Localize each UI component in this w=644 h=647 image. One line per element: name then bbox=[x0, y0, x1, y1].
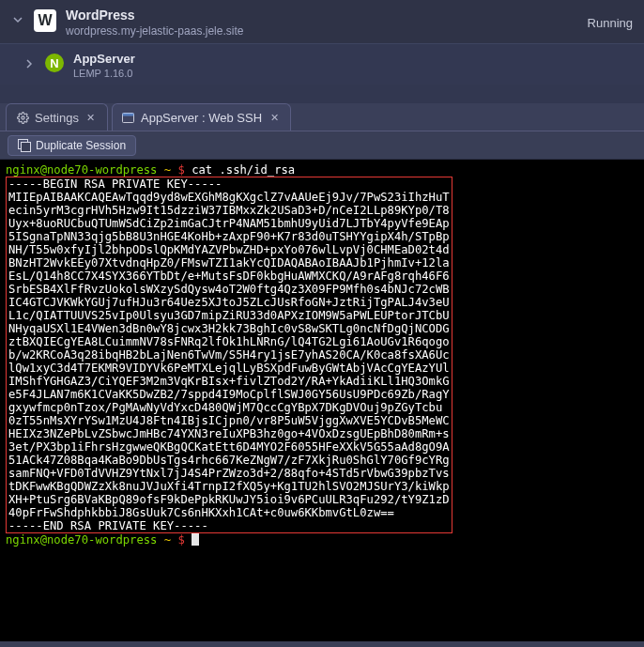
terminal-output[interactable]: nginx@node70-wordpress ~ $ cat .ssh/id_r… bbox=[0, 160, 644, 641]
node-title: AppServer bbox=[73, 52, 633, 66]
terminal-cursor bbox=[192, 533, 199, 546]
ssh-toolbar: Duplicate Session bbox=[0, 131, 644, 160]
close-icon[interactable]: ✕ bbox=[268, 111, 281, 124]
chevron-down-icon[interactable] bbox=[11, 13, 24, 26]
terminal-command: cat .ssh/id_rsa bbox=[192, 163, 295, 177]
nginx-icon: N bbox=[45, 54, 64, 72]
node-row[interactable]: N AppServer LEMP 1.16.0 bbox=[0, 44, 644, 85]
environment-texts: WordPress wordpress.my-jelastic-paas.jel… bbox=[66, 8, 578, 38]
terminal-prompt-user: nginx@node70-wordpress bbox=[6, 533, 157, 547]
tab-settings-label: Settings bbox=[35, 111, 79, 125]
environment-status: Running bbox=[588, 16, 633, 30]
chevron-right-icon[interactable] bbox=[23, 57, 36, 70]
duplicate-session-label: Duplicate Session bbox=[36, 139, 126, 152]
environment-header: W WordPress wordpress.my-jelastic-paas.j… bbox=[0, 0, 644, 44]
spacer bbox=[0, 85, 644, 103]
node-texts: AppServer LEMP 1.16.0 bbox=[73, 52, 633, 79]
tab-settings[interactable]: Settings ✕ bbox=[6, 103, 108, 131]
tab-strip: Settings ✕ AppServer : Web SSH ✕ bbox=[0, 103, 644, 131]
tab-webssh-label: AppServer : Web SSH bbox=[141, 111, 262, 125]
close-icon[interactable]: ✕ bbox=[84, 111, 98, 124]
terminal-prompt-user: nginx@node70-wordpress bbox=[6, 163, 157, 177]
terminal-prompt-path: ~ bbox=[157, 163, 177, 177]
tab-webssh[interactable]: AppServer : Web SSH ✕ bbox=[112, 103, 291, 131]
environment-title[interactable]: WordPress bbox=[66, 8, 578, 23]
duplicate-session-button[interactable]: Duplicate Session bbox=[8, 135, 136, 156]
gear-icon bbox=[16, 111, 29, 124]
duplicate-icon bbox=[18, 139, 30, 151]
terminal-prompt-dollar: $ bbox=[177, 533, 192, 547]
svg-rect-2 bbox=[123, 113, 134, 116]
terminal-icon bbox=[122, 111, 135, 124]
svg-point-0 bbox=[21, 116, 23, 118]
terminal-prompt-path: ~ bbox=[157, 533, 177, 547]
environment-hostname[interactable]: wordpress.my-jelastic-paas.jele.site bbox=[66, 24, 578, 38]
terminal-prompt-dollar: $ bbox=[177, 163, 192, 177]
wordpress-icon: W bbox=[34, 9, 56, 32]
rsa-key-block: -----BEGIN RSA PRIVATE KEY----- MIIEpAIB… bbox=[6, 177, 452, 533]
node-subtitle: LEMP 1.16.0 bbox=[73, 68, 633, 79]
